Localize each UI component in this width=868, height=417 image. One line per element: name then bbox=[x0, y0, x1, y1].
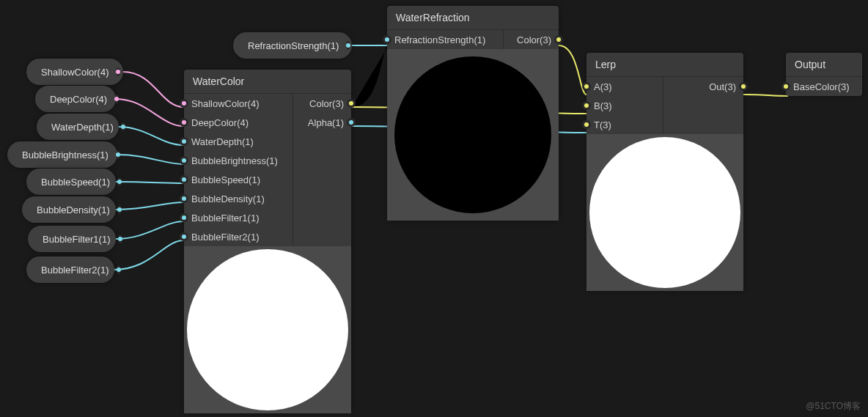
param-bubblefilter1[interactable]: BubbleFilter1(1) bbox=[28, 226, 116, 252]
pill-label: BubbleFilter1(1) bbox=[43, 234, 111, 245]
pill-label: BubbleSpeed(1) bbox=[41, 177, 110, 188]
node-title: WaterRefraction bbox=[387, 6, 559, 30]
pin-icon bbox=[180, 118, 188, 127]
output-pin-icon[interactable] bbox=[346, 41, 350, 50]
pill-label: DeepColor(4) bbox=[50, 94, 107, 105]
pill-label: WaterDepth(1) bbox=[51, 122, 114, 133]
preview-circle bbox=[394, 56, 551, 213]
param-bubbledensity[interactable]: BubbleDensity(1) bbox=[22, 196, 116, 223]
output-pin-icon[interactable] bbox=[117, 205, 122, 214]
pin-icon bbox=[180, 213, 188, 222]
param-bubblefilter2[interactable]: BubbleFilter2(1) bbox=[26, 257, 114, 283]
input-port[interactable]: T(3) bbox=[586, 115, 663, 134]
input-port[interactable]: BubbleBrightness(1) bbox=[184, 151, 293, 170]
pill-label: BubbleDensity(1) bbox=[37, 204, 110, 215]
node-lerp[interactable]: Lerp A(3) B(3) T(3) Out(3) bbox=[586, 53, 743, 291]
node-title: WaterColor bbox=[184, 70, 351, 94]
param-deepcolor[interactable]: DeepColor(4) bbox=[35, 86, 116, 112]
pin-icon bbox=[180, 99, 188, 108]
pin-icon bbox=[180, 137, 188, 146]
output-pin-icon[interactable] bbox=[116, 67, 120, 76]
input-port[interactable]: BubbleFilter1(1) bbox=[184, 208, 293, 227]
pin-icon bbox=[383, 35, 391, 44]
pin-icon bbox=[180, 194, 188, 203]
param-refractionstrength[interactable]: RefractionStrength(1) bbox=[233, 32, 352, 59]
input-port[interactable]: DeepColor(4) bbox=[184, 113, 293, 132]
pin-icon bbox=[739, 82, 748, 91]
input-port[interactable]: BubbleDensity(1) bbox=[184, 189, 293, 208]
node-title: Lerp bbox=[586, 53, 743, 77]
output-port[interactable]: Color(3) bbox=[504, 30, 559, 49]
pin-icon bbox=[347, 118, 356, 127]
node-title: Output bbox=[786, 53, 862, 77]
input-port[interactable]: WaterDepth(1) bbox=[184, 132, 293, 151]
pin-icon bbox=[582, 82, 591, 91]
param-bubblebrightness[interactable]: BubbleBrightness(1) bbox=[7, 141, 117, 168]
input-port[interactable]: ShallowColor(4) bbox=[184, 94, 293, 113]
node-preview bbox=[387, 49, 559, 221]
pill-label: BubbleFilter2(1) bbox=[41, 265, 109, 276]
watermark: @51CTO博客 bbox=[806, 400, 861, 413]
output-port[interactable]: Alpha(1) bbox=[293, 113, 351, 132]
input-port[interactable]: BubbleSpeed(1) bbox=[184, 170, 293, 189]
pill-label: RefractionStrength(1) bbox=[248, 40, 339, 51]
pin-icon bbox=[180, 156, 188, 165]
output-pin-icon[interactable] bbox=[117, 177, 122, 186]
output-pin-icon[interactable] bbox=[114, 95, 119, 103]
output-port[interactable]: Out(3) bbox=[663, 77, 743, 96]
output-pin-icon[interactable] bbox=[116, 150, 120, 159]
node-watercolor[interactable]: WaterColor ShallowColor(4) DeepColor(4) … bbox=[184, 70, 351, 413]
node-preview bbox=[184, 246, 351, 413]
preview-circle bbox=[187, 249, 348, 410]
output-port[interactable]: Color(3) bbox=[293, 94, 351, 113]
input-port[interactable]: A(3) bbox=[586, 77, 663, 96]
pin-icon bbox=[582, 120, 591, 129]
param-bubblespeed[interactable]: BubbleSpeed(1) bbox=[26, 169, 116, 195]
output-pin-icon[interactable] bbox=[118, 235, 122, 243]
output-pin-icon[interactable] bbox=[117, 265, 121, 274]
input-port[interactable]: BubbleFilter2(1) bbox=[184, 227, 293, 246]
node-preview bbox=[586, 134, 743, 291]
node-output[interactable]: Output BaseColor(3) bbox=[786, 53, 862, 96]
pin-icon bbox=[582, 101, 591, 110]
pin-icon bbox=[554, 35, 563, 44]
param-waterdepth[interactable]: WaterDepth(1) bbox=[37, 114, 119, 140]
pin-icon bbox=[180, 232, 188, 241]
input-port[interactable]: BaseColor(3) bbox=[786, 77, 862, 96]
node-waterrefraction[interactable]: WaterRefraction RefractionStrength(1) Co… bbox=[387, 6, 559, 221]
input-port[interactable]: RefractionStrength(1) bbox=[387, 30, 503, 49]
pin-icon bbox=[347, 99, 356, 108]
output-pin-icon[interactable] bbox=[121, 122, 125, 131]
pill-label: ShallowColor(4) bbox=[41, 67, 108, 78]
pill-label: BubbleBrightness(1) bbox=[22, 150, 108, 160]
preview-circle bbox=[589, 137, 740, 288]
pin-icon bbox=[180, 175, 188, 184]
input-port[interactable]: B(3) bbox=[586, 96, 663, 115]
pin-icon bbox=[781, 82, 790, 91]
param-shallowcolor[interactable]: ShallowColor(4) bbox=[26, 59, 123, 85]
